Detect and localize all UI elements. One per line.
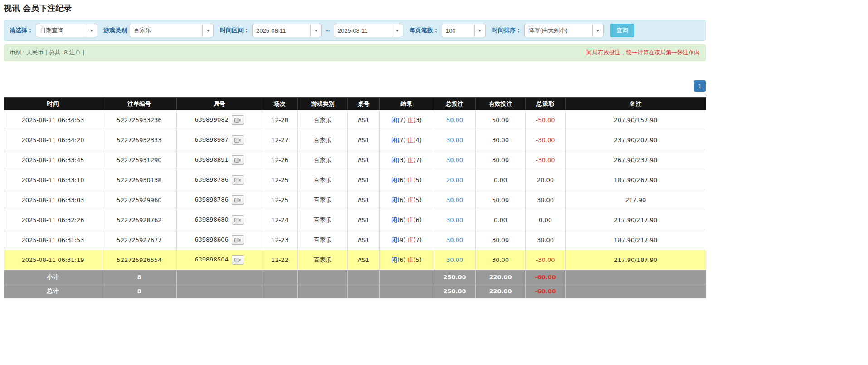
chevron-down-icon[interactable] (392, 24, 403, 37)
valid-bet: 0.00 (476, 170, 526, 190)
note: 217.90 (566, 190, 706, 210)
bet-time: 2025-08-11 06:31:53 (4, 230, 102, 250)
replay-video-icon[interactable] (232, 195, 244, 205)
result-player: 闲(6) (391, 256, 405, 264)
replay-video-icon[interactable] (232, 215, 244, 225)
date-to-input[interactable] (334, 24, 392, 37)
game-type: 百家乐 (298, 230, 348, 250)
bet-id: 522725929960 (102, 190, 177, 210)
replay-video-icon[interactable] (232, 155, 244, 165)
replay-video-icon[interactable] (232, 255, 244, 265)
table-row[interactable]: 2025-08-11 06:31:19 522725926554 6398985… (4, 250, 706, 270)
column-header-valid-bet: 有效投注 (476, 98, 526, 110)
bet-id: 522725926554 (102, 250, 177, 270)
date-from-combo (252, 24, 322, 37)
game-type-combo (130, 24, 214, 37)
result-cell: 闲(6)庄(5) (380, 250, 434, 270)
query-type-label: 请选择： (10, 26, 33, 35)
date-from-input[interactable] (252, 24, 310, 37)
bet-time: 2025-08-11 06:34:20 (4, 130, 102, 150)
result-player: 闲(7) (391, 116, 405, 124)
game-type: 百家乐 (298, 130, 348, 150)
replay-video-icon[interactable] (232, 175, 244, 185)
table-footer: 小计 8 250.00 220.00 -60.00 总计 8 (4, 270, 706, 298)
session: 12-25 (262, 170, 298, 190)
column-header-round-id: 局号 (177, 98, 262, 110)
note: 237.90/207.90 (566, 130, 706, 150)
round-cell: 639898504 (177, 250, 262, 270)
column-header-table-no: 桌号 (348, 98, 380, 110)
game-type: 百家乐 (298, 210, 348, 230)
result-cell: 闲(3)庄(7) (380, 150, 434, 170)
valid-bet: 30.00 (476, 250, 526, 270)
total-bet-cell: 30.00 (434, 210, 476, 230)
page-1-button[interactable]: 1 (694, 80, 706, 92)
empty-cell (262, 284, 298, 298)
caret-icon (90, 30, 93, 32)
search-button[interactable]: 查询 (610, 24, 634, 37)
table-row[interactable]: 2025-08-11 06:34:53 522725933236 6398990… (4, 110, 706, 130)
empty-cell (566, 270, 706, 284)
table-row[interactable]: 2025-08-11 06:33:03 522725929960 6398987… (4, 190, 706, 210)
total-bet-link[interactable]: 30.00 (446, 217, 463, 223)
result-player: 闲(6) (391, 176, 405, 184)
column-header-note: 备注 (566, 98, 706, 110)
session: 12-27 (262, 130, 298, 150)
valid-bet: 50.00 (476, 110, 526, 130)
empty-cell (348, 284, 380, 298)
total-bet-link[interactable]: 30.00 (446, 256, 463, 263)
replay-video-icon[interactable] (232, 115, 244, 125)
bet-time: 2025-08-11 06:31:19 (4, 250, 102, 270)
table-no: AS1 (348, 210, 380, 230)
bet-time: 2025-08-11 06:33:03 (4, 190, 102, 210)
sort-order-input[interactable] (524, 24, 592, 37)
total-bet-link[interactable]: 30.00 (446, 137, 463, 143)
round-id: 639899082 (195, 116, 228, 123)
total-bet-link[interactable]: 50.00 (446, 117, 463, 123)
game-type: 百家乐 (298, 110, 348, 130)
query-type-input[interactable] (36, 24, 86, 37)
total-bet-cell: 30.00 (434, 250, 476, 270)
page-title: 视讯 会员下注纪录 (4, 3, 706, 14)
caret-icon (478, 30, 482, 32)
total-bet-link[interactable]: 20.00 (446, 177, 463, 183)
table-row[interactable]: 2025-08-11 06:34:20 522725932333 6398989… (4, 130, 706, 150)
table-row[interactable]: 2025-08-11 06:32:26 522725928762 6398986… (4, 210, 706, 230)
filter-bar: 请选择： 游戏类别 时间区间： ~ 每页笔数： 时间排序： (4, 20, 706, 41)
game-type-input[interactable] (130, 24, 202, 37)
empty-cell (262, 270, 298, 284)
result-cell: 闲(6)庄(5) (380, 170, 434, 190)
round-cell: 639898987 (177, 130, 262, 150)
chevron-down-icon[interactable] (310, 24, 322, 37)
table-header: 时间 注单编号 局号 场次 游戏类别 桌号 结果 总投注 有效投注 总派彩 备注 (4, 98, 706, 110)
subtotal-label: 小计 (4, 270, 102, 284)
game-type: 百家乐 (298, 190, 348, 210)
bet-id: 522725933236 (102, 110, 177, 130)
valid-bet: 0.00 (476, 210, 526, 230)
session: 12-26 (262, 150, 298, 170)
table-no: AS1 (348, 250, 380, 270)
result-cell: 闲(9)庄(7) (380, 230, 434, 250)
valid-bet: 30.00 (476, 150, 526, 170)
query-type-combo (36, 24, 97, 37)
table-row[interactable]: 2025-08-11 06:33:10 522725930138 6398987… (4, 170, 706, 190)
total-bet-cell: 20.00 (434, 170, 476, 190)
total-bet-link[interactable]: 30.00 (446, 197, 463, 203)
replay-video-icon[interactable] (232, 135, 244, 145)
chevron-down-icon[interactable] (202, 24, 214, 37)
chevron-down-icon[interactable] (86, 24, 97, 37)
replay-video-icon[interactable] (232, 235, 244, 245)
table-row[interactable]: 2025-08-11 06:33:45 522725931290 6398988… (4, 150, 706, 170)
note: 217.90/187.90 (566, 250, 706, 270)
subtotal-valid-bet: 220.00 (476, 270, 526, 284)
page-size-combo (442, 24, 486, 37)
chevron-down-icon[interactable] (592, 24, 604, 37)
total-bet-link[interactable]: 30.00 (446, 157, 463, 163)
game-type: 百家乐 (298, 150, 348, 170)
result-player: 闲(6) (391, 216, 405, 224)
subtotal-count: 8 (102, 270, 177, 284)
chevron-down-icon[interactable] (474, 24, 486, 37)
page-size-input[interactable] (442, 24, 474, 37)
total-bet-link[interactable]: 30.00 (446, 237, 463, 243)
table-row[interactable]: 2025-08-11 06:31:53 522725927677 6398986… (4, 230, 706, 250)
